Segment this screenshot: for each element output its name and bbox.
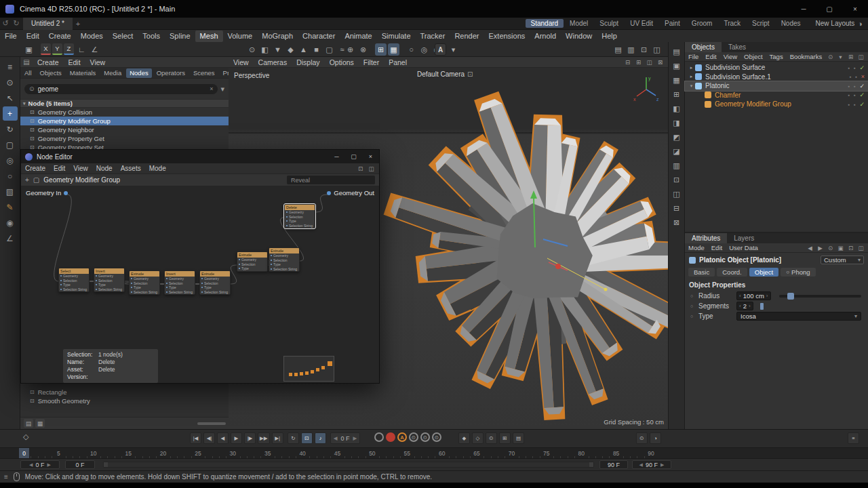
ne-maximize-button[interactable]: ▢ bbox=[345, 150, 362, 163]
visibility-dots[interactable]: ● ● bbox=[848, 84, 856, 88]
record-rotation-icon[interactable]: ⊙ bbox=[432, 432, 441, 442]
play-button[interactable]: ▶ bbox=[231, 432, 242, 444]
visibility-dots[interactable]: ● ● bbox=[848, 102, 856, 106]
menu-render[interactable]: Render bbox=[450, 30, 484, 42]
menu-edit[interactable]: Edit bbox=[22, 30, 44, 42]
record-button[interactable] bbox=[386, 432, 395, 442]
rotate-tool-icon[interactable]: ↻ bbox=[3, 122, 18, 136]
graph-node-invert[interactable]: InvertGeometrySelectionTypeSelection Str… bbox=[94, 268, 125, 292]
node-port[interactable]: Selection String bbox=[130, 290, 159, 295]
visibility-dots[interactable]: ● ● bbox=[848, 66, 856, 70]
record-position-icon[interactable]: ⊙ bbox=[409, 432, 418, 442]
selection-filter-icon[interactable]: ▣ bbox=[23, 43, 35, 56]
ne-float-icon[interactable]: ◫ bbox=[367, 165, 376, 173]
solo-icon[interactable]: ▤ bbox=[513, 432, 524, 444]
menu-character[interactable]: Character bbox=[298, 30, 340, 42]
asset-item[interactable]: ⊡Geometry Collision bbox=[20, 108, 229, 117]
visibility-dots[interactable]: ● ● bbox=[849, 75, 858, 79]
objects-menu-view[interactable]: View bbox=[720, 52, 741, 62]
attr-back-icon[interactable]: ◀ bbox=[806, 244, 814, 252]
enable-snap-icon[interactable]: ▦ bbox=[388, 43, 399, 56]
asset-menu-create[interactable]: Create bbox=[33, 57, 64, 68]
asset-group-header[interactable]: ▾Node (5 Items) bbox=[20, 99, 229, 108]
object-row-subdivision-surface[interactable]: ▸Subdivision Surface● ●✓ bbox=[685, 63, 868, 73]
make-editable-icon[interactable]: ⊙ bbox=[246, 43, 258, 56]
ring-selection-icon[interactable]: ○ bbox=[3, 169, 18, 183]
objects-tab-takes[interactable]: Takes bbox=[722, 42, 753, 52]
reveal-search-box[interactable]: Reveal bbox=[287, 176, 375, 184]
graph-node-extrude[interactable]: ExtrudeGeometrySelectionType bbox=[237, 251, 268, 272]
texture-mode-icon[interactable]: ▦ bbox=[670, 74, 683, 87]
node-editor-menu-edit[interactable]: Edit bbox=[50, 163, 69, 174]
volume-builder-icon[interactable]: ⊗ bbox=[357, 43, 369, 56]
edges-mode-icon[interactable]: ◨ bbox=[670, 117, 683, 129]
mirror-icon[interactable]: ⊠ bbox=[670, 216, 683, 229]
range-handle-left[interactable] bbox=[104, 462, 108, 467]
preview-range-start-field[interactable]: ◀0 F▶ bbox=[20, 460, 60, 469]
object-row-geometry-modifier-group[interactable]: Geometry Modifier Group● ●✓ bbox=[685, 100, 868, 109]
menu-file[interactable]: File bbox=[0, 30, 22, 42]
objects-filter-icon[interactable]: ▾ bbox=[836, 53, 845, 61]
visibility-dots[interactable]: ● ● bbox=[848, 93, 856, 97]
view-close-icon[interactable]: ⊠ bbox=[656, 58, 665, 66]
viewport-menu-cameras[interactable]: Cameras bbox=[254, 57, 292, 68]
snap-settings-icon[interactable]: ⊡ bbox=[670, 174, 683, 186]
points-mode-icon[interactable]: ◧ bbox=[670, 102, 683, 115]
node-editor-menu-node[interactable]: Node bbox=[92, 163, 117, 174]
new-document-icon[interactable]: + bbox=[73, 20, 83, 28]
menu-tracker[interactable]: Tracker bbox=[416, 30, 450, 42]
edit-render-settings-icon[interactable]: ⊡ bbox=[638, 43, 650, 56]
section-tab-coord[interactable]: Coord. bbox=[717, 268, 747, 277]
breadcrumb[interactable]: Geometry Modifier Group bbox=[43, 176, 120, 184]
maximize-button[interactable]: ▢ bbox=[816, 0, 842, 18]
modeling-axis-icon[interactable]: ■ bbox=[311, 43, 322, 56]
marker-icon[interactable]: ⊞ bbox=[499, 432, 511, 444]
measure-tool-icon[interactable]: ∠ bbox=[3, 231, 18, 245]
expand-icon[interactable]: ▾ bbox=[688, 83, 695, 89]
timeline-clock-icon[interactable]: ◑ bbox=[650, 432, 661, 444]
palette-menu-icon[interactable]: ≡ bbox=[3, 60, 18, 74]
horizontal-scrollbar[interactable] bbox=[197, 422, 226, 425]
objects-menu-bookmarks[interactable]: Bookmarks bbox=[787, 52, 826, 62]
menu-arnold[interactable]: Arnold bbox=[530, 30, 561, 42]
layout-tab-track[interactable]: Track bbox=[718, 19, 746, 28]
expand-icon[interactable]: ▸ bbox=[688, 65, 695, 70]
move-tool-icon[interactable]: + bbox=[3, 106, 18, 121]
type-dropdown[interactable]: Icosa▾ bbox=[736, 312, 861, 321]
asset-tab-objects[interactable]: Objects bbox=[37, 68, 65, 78]
edges-mode-icon[interactable]: ▼ bbox=[272, 43, 283, 56]
objects-menu-tags[interactable]: Tags bbox=[766, 52, 787, 62]
scale-tool-icon[interactable]: ▢ bbox=[3, 138, 18, 152]
undo-icon[interactable]: ↺ bbox=[0, 19, 11, 28]
view-toggle-icon[interactable]: ⊞ bbox=[634, 58, 643, 66]
animation-dot-icon[interactable]: ○ bbox=[690, 314, 696, 319]
viewport-menu-filter[interactable]: Filter bbox=[359, 57, 384, 68]
keyframe-presets-icon[interactable]: ◇ bbox=[472, 432, 484, 444]
layout-tab-uv-edit[interactable]: UV Edit bbox=[625, 19, 658, 28]
node-editor-titlebar[interactable]: Node Editor ─▢× bbox=[21, 150, 379, 163]
attr-lock-icon[interactable]: ⊡ bbox=[846, 244, 855, 252]
grid-view-icon[interactable]: ▦ bbox=[35, 419, 45, 428]
viewport-menu-display[interactable]: Display bbox=[292, 57, 324, 68]
workspace-icon[interactable]: ◑ bbox=[858, 20, 863, 28]
asset-tab-scenes[interactable]: Scenes bbox=[190, 68, 218, 78]
segments-field[interactable]: ‹2› bbox=[736, 302, 753, 310]
expand-icon[interactable]: ▸ bbox=[688, 74, 695, 79]
previous-key-button[interactable]: ◀| bbox=[203, 432, 215, 444]
segments-slider-handle[interactable] bbox=[760, 303, 764, 310]
coord-system-icon[interactable]: ∟ bbox=[76, 43, 87, 56]
layout-tab-standard[interactable]: Standard bbox=[526, 19, 564, 28]
asset-tab-nodes[interactable]: Nodes bbox=[126, 68, 151, 78]
x-axis-lock-button[interactable]: X bbox=[41, 43, 51, 55]
menu-animate[interactable]: Animate bbox=[340, 30, 376, 42]
object-row-platonic[interactable]: ▾Platonic● ●✓ bbox=[685, 81, 868, 91]
graph-node-extrude[interactable]: ExtrudeGeometrySelectionTypeSelection St… bbox=[269, 247, 300, 272]
node-editor-menu-assets[interactable]: Assets bbox=[117, 163, 145, 174]
end-frame-display[interactable]: 90 F bbox=[599, 460, 628, 469]
layout-tab-sculpt[interactable]: Sculpt bbox=[594, 19, 624, 28]
asset-item[interactable]: ⊡Geometry Modifier Group bbox=[20, 117, 229, 125]
menu-spline[interactable]: Spline bbox=[165, 30, 195, 42]
menu-mograph[interactable]: MoGraph bbox=[257, 30, 298, 42]
graph-node-delete[interactable]: DeleteGeometrySelectionTypeSelection Str… bbox=[284, 204, 315, 228]
simulate-icon[interactable]: ○ bbox=[406, 43, 417, 56]
